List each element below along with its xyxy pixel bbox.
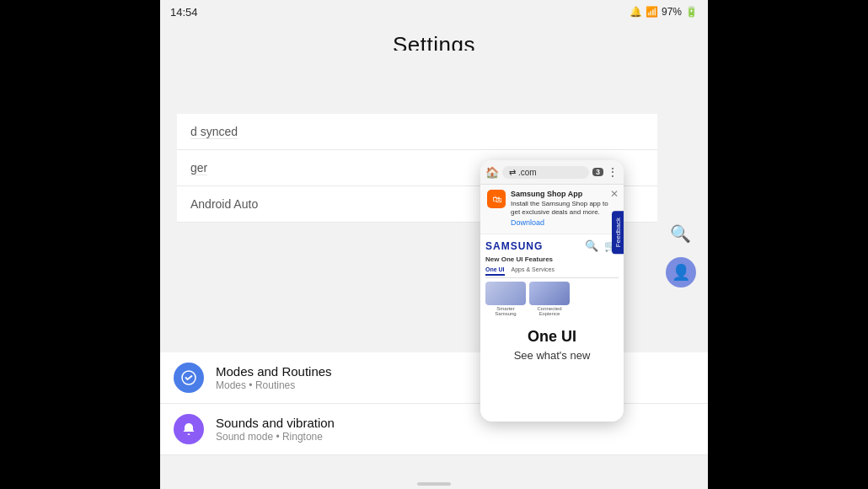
status-bar: 14:54 🔔 📶 97% 🔋	[160, 0, 708, 24]
avatar-icon: 👤	[672, 263, 690, 282]
shop-icon: 🛍	[487, 190, 506, 208]
one-ui-heading: One UI	[485, 321, 619, 349]
settings-item-sounds-vibration[interactable]: Sounds and vibration Sound mode • Ringto…	[160, 404, 708, 455]
notification-popup: 🛍 Samsung Shop App Install the Samsung S…	[480, 185, 624, 234]
settings-item-modes-routines[interactable]: Modes and Routines Modes • Routines	[160, 352, 708, 404]
ger-text: ger	[190, 161, 207, 175]
thumbnail-row: SmarterSamsung ConnectedExpience	[485, 282, 619, 316]
notif-app-name: Samsung Shop App	[511, 190, 617, 200]
sounds-vibration-title: Sounds and vibration	[216, 416, 694, 430]
thumbnail-1: SmarterSamsung	[485, 282, 526, 316]
notification-close[interactable]: ✕	[610, 188, 619, 200]
notification-text: Samsung Shop App Install the Samsung Sho…	[511, 190, 617, 228]
site-search-icon[interactable]: 🔍	[585, 239, 599, 252]
tab-count[interactable]: 3	[592, 168, 603, 176]
android-auto-text: Android Auto	[190, 197, 258, 211]
check-circle-icon	[181, 370, 196, 385]
notif-description: Install the Samsung Shop app to get excl…	[511, 200, 617, 218]
shop-logo: 🛍	[492, 194, 501, 204]
site-tabs: One UI Apps & Services	[485, 266, 619, 278]
samsung-logo: SAMSUNG 🔍 🛒	[485, 239, 619, 252]
volume-icon: 🔔	[630, 6, 642, 18]
sounds-vibration-icon	[174, 414, 204, 444]
bell-icon	[181, 422, 196, 437]
synced-text: d synced	[190, 125, 238, 139]
status-time: 14:54	[170, 6, 198, 19]
battery-icon: 🔋	[685, 6, 698, 18]
notif-download-link[interactable]: Download	[511, 218, 617, 228]
see-whats-new-text: See what's new	[485, 349, 619, 362]
browser-url-bar[interactable]: ⇄ .com	[502, 166, 589, 179]
phone-screen: 14:54 🔔 📶 97% 🔋 Settings 🔍 👤 d synced	[160, 0, 708, 489]
feedback-tab[interactable]: Feedback	[612, 211, 624, 254]
url-text: .com	[518, 168, 537, 177]
battery-level: 97%	[662, 6, 682, 18]
new-one-ui-section: New One UI Features	[485, 255, 619, 263]
samsung-wordmark: SAMSUNG	[485, 240, 543, 252]
browser-home-icon[interactable]: 🏠	[485, 166, 499, 179]
avatar[interactable]: 👤	[666, 257, 696, 287]
apps-services-tab[interactable]: Apps & Services	[512, 266, 555, 276]
browser-menu-icon[interactable]: ⋮	[607, 165, 619, 179]
scroll-indicator	[417, 482, 451, 486]
translate-icon: ⇄	[509, 168, 516, 177]
thumb-label-2: ConnectedExpience	[529, 306, 570, 316]
thumbnail-2: ConnectedExpience	[529, 282, 570, 316]
search-icon[interactable]: 🔍	[670, 223, 691, 244]
signal-icon: 📶	[646, 6, 658, 18]
settings-page: 🔍 👤 d synced ger Android Auto	[160, 51, 708, 489]
sounds-vibration-text: Sounds and vibration Sound mode • Ringto…	[216, 416, 694, 443]
sounds-vibration-subtitle: Sound mode • Ringtone	[216, 431, 694, 443]
browser-card: 🏠 ⇄ .com 3 ⋮ 🛍 Samsung Shop App Install …	[480, 160, 624, 422]
browser-toolbar: 🏠 ⇄ .com 3 ⋮	[480, 160, 624, 185]
samsung-website-content: SAMSUNG 🔍 🛒 New One UI Features One UI A…	[480, 234, 624, 367]
status-icons: 🔔 📶 97% 🔋	[630, 6, 698, 18]
modes-routines-icon	[174, 363, 204, 393]
thumb-label-1: SmarterSamsung	[485, 306, 526, 316]
one-ui-tab[interactable]: One UI	[485, 266, 505, 276]
